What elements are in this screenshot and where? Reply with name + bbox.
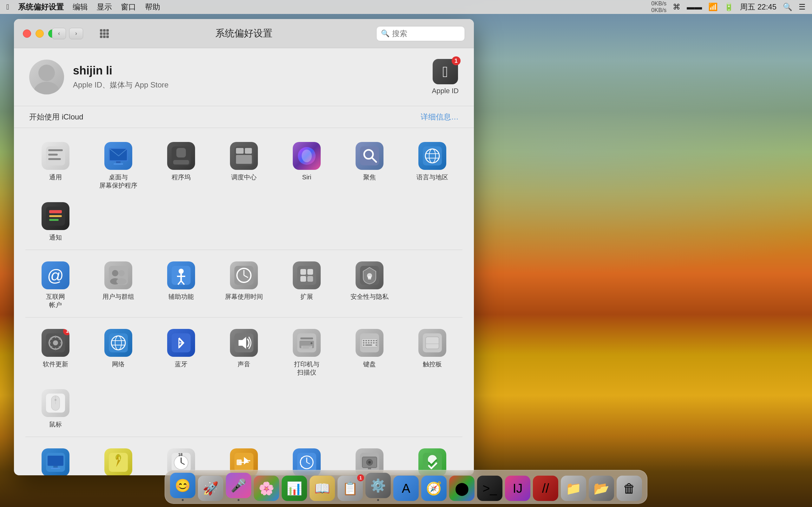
dock-item-files-1[interactable]: 📁: [561, 475, 586, 501]
menubar-help[interactable]: 帮助: [145, 2, 160, 12]
svg-point-107: [55, 399, 56, 401]
pref-item-键盘[interactable]: 键盘: [339, 324, 400, 382]
icloud-link[interactable]: 详细信息…: [420, 112, 459, 122]
dock: 😊🚀🎤🌸📊📖📋1⚙️A🧭⬤>_IJ//📁📂🗑: [165, 470, 647, 504]
svg-rect-85: [368, 340, 369, 341]
menubar-wifi-icon[interactable]: 📶: [708, 3, 718, 11]
menubar-bt-icon[interactable]: ⌘: [673, 3, 680, 11]
dock-item-intellij[interactable]: IJ: [505, 475, 530, 501]
pref-item-打印机与扫描仪[interactable]: 打印机与 扫描仪: [276, 324, 337, 382]
dock-item-photos[interactable]: 🌸: [254, 475, 279, 501]
search-input[interactable]: [392, 29, 460, 38]
pref-item-屏幕使用时间[interactable]: 屏幕使用时间: [214, 257, 274, 314]
svg-rect-63: [48, 342, 51, 343]
pref-icon-辅助功能: [167, 262, 195, 289]
svg-rect-89: [363, 342, 364, 343]
dock-item-parallels[interactable]: //: [533, 475, 558, 501]
dock-item-app-store[interactable]: A: [393, 475, 419, 501]
dock-item-chrome[interactable]: ⬤: [449, 475, 474, 501]
pref-label: 通知: [49, 233, 62, 241]
dock-item-ibooks[interactable]: 📖: [310, 475, 335, 501]
svg-rect-84: [365, 340, 367, 341]
dock-item-terminal[interactable]: >_: [477, 475, 502, 501]
dock-item-system-prefs[interactable]: ⚙️: [365, 473, 391, 501]
pref-item-程序坞[interactable]: 程序坞: [151, 137, 211, 194]
pref-item-调度中心[interactable]: 调度中心: [214, 137, 274, 194]
menubar-view[interactable]: 显示: [97, 2, 112, 12]
svg-rect-86: [370, 340, 372, 341]
dock-item-trash[interactable]: 🗑: [617, 475, 642, 501]
svg-rect-122: [237, 459, 242, 465]
back-button[interactable]: ‹: [52, 28, 66, 39]
pref-label: 调度中心: [231, 173, 257, 181]
dock-item-numbers[interactable]: 📊: [282, 475, 307, 501]
dock-item-launchpad[interactable]: 🚀: [198, 475, 223, 501]
pref-icon-互联网帐户: @: [42, 262, 69, 289]
icloud-text: 开始使用 iCloud: [29, 112, 84, 122]
dock-item-reminders[interactable]: 📋1: [338, 475, 363, 501]
menubar-battery-icon: 🔋: [724, 3, 734, 11]
pref-item-网络[interactable]: 网络: [88, 324, 148, 382]
pref-item-通用[interactable]: 通用: [26, 137, 86, 194]
pref-item-聚焦[interactable]: 聚焦: [339, 137, 400, 194]
apple-menu[interactable]: : [6, 3, 9, 11]
dock-icon-files-2: 📂: [589, 475, 614, 501]
pref-item-Siri[interactable]: Siri: [276, 137, 337, 194]
apple-id-button[interactable]:  1 Apple ID: [432, 59, 459, 95]
pref-item-安全性与隐私[interactable]: 安全性与隐私: [339, 257, 400, 314]
menubar-search-icon[interactable]: 🔍: [783, 3, 792, 11]
svg-rect-47: [300, 269, 306, 275]
svg-rect-5: [48, 158, 61, 160]
pref-item-辅助功能[interactable]: 辅助功能: [151, 257, 211, 314]
dock-item-siri[interactable]: 🎤: [226, 473, 251, 501]
pref-item-桌面与屏幕保护程序[interactable]: 桌面与 屏幕保护程序: [88, 137, 148, 194]
menubar-edit[interactable]: 编辑: [72, 2, 88, 12]
close-button[interactable]: [23, 30, 31, 38]
grid-view-button[interactable]: [96, 27, 112, 40]
section-divider-3: [26, 437, 462, 437]
dock-running-dot: [377, 499, 379, 501]
prefs-content: 通用 桌面与 屏幕保护程序 程序坞 调度中心Siri 聚焦: [14, 128, 474, 475]
forward-button[interactable]: ›: [69, 28, 83, 39]
svg-rect-99: [375, 344, 377, 346]
minimize-button[interactable]: [36, 30, 44, 38]
svg-rect-88: [375, 340, 377, 341]
prefs-section-2: @互联网 帐户 用户与群组 辅助功能 屏幕使用时间: [26, 257, 462, 314]
dock-item-safari[interactable]: 🧭: [421, 475, 447, 501]
dock-item-finder[interactable]: 😊: [170, 473, 195, 501]
pref-item-显示器[interactable]: 显示器: [26, 443, 86, 475]
svg-rect-83: [363, 340, 364, 341]
pref-item-语言与地区[interactable]: 语言与地区: [402, 137, 462, 194]
pref-item-鼠标[interactable]: 鼠标: [26, 384, 86, 434]
pref-icon-节能: [104, 448, 132, 475]
pref-item-声音[interactable]: 声音: [214, 324, 274, 382]
menubar-notif-icon[interactable]: ☰: [799, 3, 806, 11]
svg-rect-15: [245, 148, 252, 154]
pref-icon-触控板: [418, 329, 446, 357]
menubar-window[interactable]: 窗口: [121, 2, 136, 12]
svg-rect-78: [303, 346, 311, 347]
search-icon: 🔍: [381, 30, 390, 38]
pref-label: 鼠标: [49, 420, 62, 429]
svg-rect-3: [48, 149, 63, 151]
svg-rect-93: [373, 342, 374, 343]
svg-rect-50: [307, 276, 313, 282]
search-box[interactable]: 🔍: [376, 26, 465, 41]
menubar-app-name[interactable]: 系统偏好设置: [18, 2, 64, 12]
svg-rect-59: [60, 342, 63, 343]
pref-item-软件更新[interactable]: 1软件更新: [26, 324, 86, 382]
pref-item-蓝牙[interactable]: 蓝牙: [151, 324, 211, 382]
pref-item-用户与群组[interactable]: 用户与群组: [88, 257, 148, 314]
dock-icon-system-prefs: ⚙️: [365, 473, 391, 498]
pref-icon-Siri: [293, 142, 321, 170]
pref-item-节能[interactable]: 节能: [88, 443, 148, 475]
prefs-section-1: 通用 桌面与 屏幕保护程序 程序坞 调度中心Siri 聚焦: [26, 137, 462, 246]
pref-item-扩展[interactable]: 扩展: [276, 257, 337, 314]
pref-item-触控板[interactable]: 触控板: [402, 324, 462, 382]
pref-icon-键盘: [356, 329, 384, 357]
pref-item-互联网帐户[interactable]: @互联网 帐户: [26, 257, 86, 314]
menubar-kb-icon: ▬▬: [687, 3, 702, 11]
dock-icon-trash: 🗑: [617, 475, 642, 501]
pref-item-通知[interactable]: 通知: [26, 197, 86, 246]
dock-item-files-2[interactable]: 📂: [589, 475, 614, 501]
